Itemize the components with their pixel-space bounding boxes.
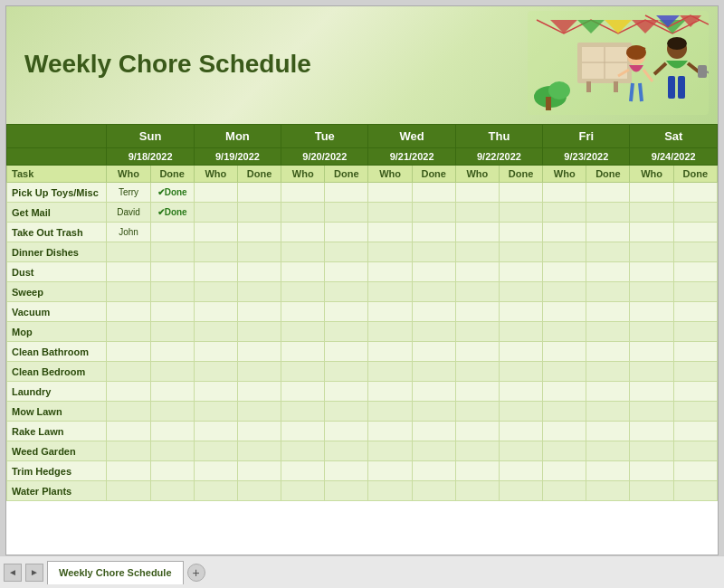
done-cell-row6-day0[interactable] (150, 302, 194, 322)
done-cell-row5-day5[interactable] (586, 282, 630, 302)
done-cell-row0-day2[interactable] (325, 183, 368, 203)
done-cell-row2-day0[interactable] (150, 223, 194, 242)
done-cell-row7-day1[interactable] (237, 322, 281, 342)
who-cell-row13-day3[interactable] (368, 441, 412, 461)
who-cell-row12-day4[interactable] (455, 422, 499, 441)
done-cell-row5-day2[interactable] (325, 282, 368, 302)
done-cell-row13-day2[interactable] (325, 441, 368, 461)
who-cell-row7-day5[interactable] (543, 322, 586, 342)
who-cell-row11-day3[interactable] (368, 402, 412, 422)
done-cell-row9-day6[interactable] (673, 362, 717, 382)
who-cell-row1-day0[interactable]: David (107, 203, 150, 223)
sheet-tab-weekly-chore-schedule[interactable]: Weekly Chore Schedule (47, 561, 184, 584)
done-cell-row0-day5[interactable] (586, 183, 630, 203)
done-cell-row5-day4[interactable] (499, 282, 542, 302)
who-cell-row6-day2[interactable] (281, 302, 325, 322)
who-cell-row3-day4[interactable] (455, 242, 499, 262)
table-container[interactable]: Sun Mon Tue Wed Thu Fri Sat 9/18/2022 9/… (6, 124, 718, 555)
done-cell-row12-day2[interactable] (325, 422, 368, 441)
who-cell-row8-day4[interactable] (455, 342, 499, 362)
done-cell-row15-day4[interactable] (499, 481, 542, 501)
who-cell-row4-day1[interactable] (194, 262, 237, 282)
done-cell-row8-day4[interactable] (499, 342, 542, 362)
done-cell-row0-day4[interactable] (499, 183, 542, 203)
who-cell-row9-day4[interactable] (455, 362, 499, 382)
done-cell-row8-day5[interactable] (586, 342, 630, 362)
done-cell-row8-day0[interactable] (150, 342, 194, 362)
who-cell-row10-day6[interactable] (630, 382, 673, 402)
who-cell-row3-day1[interactable] (194, 242, 237, 262)
done-cell-row7-day0[interactable] (150, 322, 194, 342)
who-cell-row11-day4[interactable] (455, 402, 499, 422)
who-cell-row3-day5[interactable] (543, 242, 586, 262)
who-cell-row7-day6[interactable] (630, 322, 673, 342)
who-cell-row3-day6[interactable] (630, 242, 673, 262)
who-cell-row15-day4[interactable] (455, 481, 499, 501)
who-cell-row4-day2[interactable] (281, 262, 325, 282)
who-cell-row14-day0[interactable] (107, 461, 150, 481)
done-cell-row3-day1[interactable] (237, 242, 281, 262)
done-cell-row8-day3[interactable] (412, 342, 455, 362)
done-cell-row2-day6[interactable] (673, 223, 717, 242)
who-cell-row4-day5[interactable] (543, 262, 586, 282)
done-cell-row14-day0[interactable] (150, 461, 194, 481)
who-cell-row9-day3[interactable] (368, 362, 412, 382)
done-cell-row1-day1[interactable] (237, 203, 281, 223)
done-cell-row12-day3[interactable] (412, 422, 455, 441)
who-cell-row14-day6[interactable] (630, 461, 673, 481)
done-cell-row15-day0[interactable] (150, 481, 194, 501)
add-sheet-button[interactable]: + (187, 564, 205, 582)
who-cell-row14-day3[interactable] (368, 461, 412, 481)
who-cell-row2-day2[interactable] (281, 223, 325, 242)
who-cell-row9-day2[interactable] (281, 362, 325, 382)
who-cell-row7-day1[interactable] (194, 322, 237, 342)
done-cell-row2-day2[interactable] (325, 223, 368, 242)
done-cell-row5-day0[interactable] (150, 282, 194, 302)
done-cell-row10-day4[interactable] (499, 382, 542, 402)
done-cell-row0-day1[interactable] (237, 183, 281, 203)
who-cell-row9-day6[interactable] (630, 362, 673, 382)
who-cell-row7-day4[interactable] (455, 322, 499, 342)
done-cell-row7-day4[interactable] (499, 322, 542, 342)
who-cell-row0-day3[interactable] (368, 183, 412, 203)
done-cell-row13-day3[interactable] (412, 441, 455, 461)
done-cell-row1-day3[interactable] (412, 203, 455, 223)
who-cell-row9-day1[interactable] (194, 362, 237, 382)
who-cell-row8-day0[interactable] (107, 342, 150, 362)
who-cell-row12-day0[interactable] (107, 422, 150, 441)
who-cell-row5-day5[interactable] (543, 282, 586, 302)
who-cell-row13-day0[interactable] (107, 441, 150, 461)
who-cell-row7-day0[interactable] (107, 322, 150, 342)
done-cell-row2-day4[interactable] (499, 223, 542, 242)
who-cell-row4-day6[interactable] (630, 262, 673, 282)
done-cell-row15-day3[interactable] (412, 481, 455, 501)
done-cell-row4-day5[interactable] (586, 262, 630, 282)
who-cell-row11-day6[interactable] (630, 402, 673, 422)
done-cell-row6-day1[interactable] (237, 302, 281, 322)
done-cell-row13-day4[interactable] (499, 441, 542, 461)
done-cell-row9-day5[interactable] (586, 362, 630, 382)
done-cell-row9-day3[interactable] (412, 362, 455, 382)
who-cell-row11-day5[interactable] (543, 402, 586, 422)
done-cell-row9-day4[interactable] (499, 362, 542, 382)
done-cell-row2-day5[interactable] (586, 223, 630, 242)
who-cell-row0-day6[interactable] (630, 183, 673, 203)
done-cell-row12-day5[interactable] (586, 422, 630, 441)
done-cell-row15-day5[interactable] (586, 481, 630, 501)
done-cell-row14-day2[interactable] (325, 461, 368, 481)
who-cell-row1-day6[interactable] (630, 203, 673, 223)
who-cell-row3-day0[interactable] (107, 242, 150, 262)
who-cell-row14-day4[interactable] (455, 461, 499, 481)
who-cell-row2-day4[interactable] (455, 223, 499, 242)
done-cell-row10-day0[interactable] (150, 382, 194, 402)
who-cell-row10-day5[interactable] (543, 382, 586, 402)
done-cell-row13-day6[interactable] (673, 441, 717, 461)
done-cell-row5-day6[interactable] (673, 282, 717, 302)
done-cell-row1-day5[interactable] (586, 203, 630, 223)
who-cell-row6-day4[interactable] (455, 302, 499, 322)
who-cell-row15-day6[interactable] (630, 481, 673, 501)
done-cell-row6-day3[interactable] (412, 302, 455, 322)
who-cell-row15-day0[interactable] (107, 481, 150, 501)
done-cell-row8-day1[interactable] (237, 342, 281, 362)
done-cell-row4-day2[interactable] (325, 262, 368, 282)
